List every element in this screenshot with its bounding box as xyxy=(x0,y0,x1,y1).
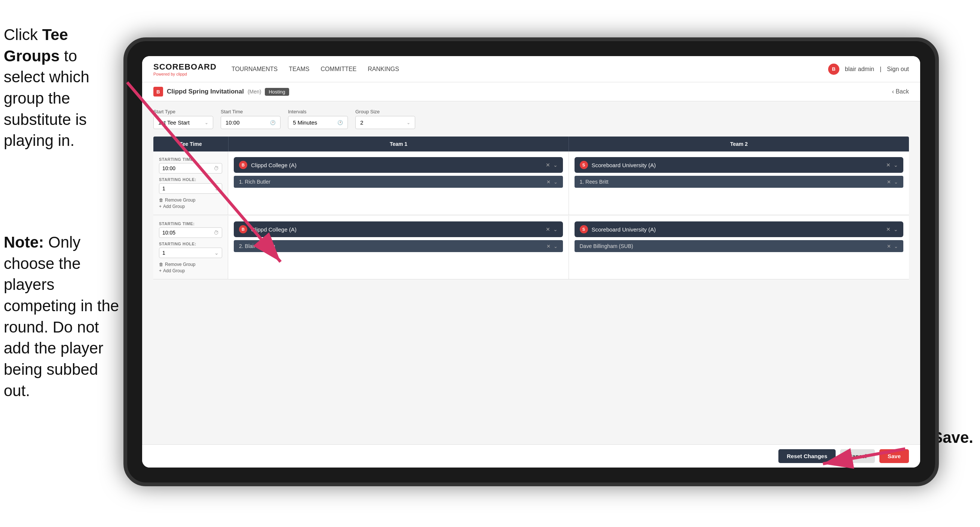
nav-tournaments[interactable]: TOURNAMENTS xyxy=(232,64,278,75)
user-name: blair admin xyxy=(845,66,874,73)
team2-close-icon-2[interactable]: ✕ xyxy=(886,226,891,232)
back-button[interactable]: ‹ Back xyxy=(892,88,909,95)
team2-card-2[interactable]: S Scoreboard University (A) ✕ ⌄ xyxy=(574,221,904,237)
hole-chevron-icon-1: ⌄ xyxy=(214,186,219,191)
note-instruction: Note: Only choose the players competing … xyxy=(4,232,122,402)
save-button[interactable]: Save xyxy=(880,449,909,463)
config-row: Start Type 1st Tee Start ⌄ Start Time 10… xyxy=(153,109,909,129)
nav-teams[interactable]: TEAMS xyxy=(289,64,309,75)
team1-card-right-2: ✕ ⌄ xyxy=(546,226,558,232)
teams-area-1: B Clippd College (A) ✕ ⌄ 1. Rich Butler xyxy=(228,151,909,215)
team2-chevron-icon-1[interactable]: ⌄ xyxy=(894,162,898,168)
table-header: Tee Time Team 1 Team 2 xyxy=(153,137,909,151)
team1-card-left-1: B Clippd College (A) xyxy=(239,161,297,169)
teams-area-2: B Clippd College (A) ✕ ⌄ 2. Blair McHarg xyxy=(228,216,909,279)
hole-input-2[interactable]: 1 ⌄ xyxy=(159,248,222,258)
remove-group-button-2[interactable]: 🗑 Remove Group xyxy=(159,262,222,267)
player-card-1-1[interactable]: 1. Rich Butler ✕ ⌄ xyxy=(234,176,563,188)
player-card-2-1[interactable]: 1. Rees Britt ✕ ⌄ xyxy=(574,176,904,188)
tournament-name: Clippd Spring Invitational xyxy=(167,88,244,96)
intervals-label: Intervals xyxy=(288,109,348,115)
player2-chevron-icon-2[interactable]: ⌄ xyxy=(894,244,898,249)
player-close-icon-1-1[interactable]: ✕ xyxy=(546,179,550,185)
note-label: Note: xyxy=(4,233,48,251)
trash-icon-1: 🗑 xyxy=(159,197,164,203)
nav-committee[interactable]: COMMITTEE xyxy=(321,64,356,75)
team2-col-2: S Scoreboard University (A) ✕ ⌄ Dave Bil… xyxy=(568,216,909,279)
player-card-2-2[interactable]: Dave Billingham (SUB) ✕ ⌄ xyxy=(574,240,904,252)
player-card-1-2[interactable]: 2. Blair McHarg ✕ ⌄ xyxy=(234,240,563,252)
starting-hole-label-1: STARTING HOLE: xyxy=(159,177,222,182)
player-card-right-1-1: ✕ ⌄ xyxy=(546,179,558,185)
starting-hole-label-2: STARTING HOLE: xyxy=(159,242,222,246)
team1-card-2[interactable]: B Clippd College (A) ✕ ⌄ xyxy=(234,221,563,237)
table-row: STARTING TIME: 10:05 ⏱ STARTING HOLE: 1 … xyxy=(153,216,909,279)
team1-close-icon-1[interactable]: ✕ xyxy=(546,162,550,168)
start-time-input[interactable]: 10:00 🕐 xyxy=(221,116,280,129)
sign-out-link[interactable]: Sign out xyxy=(887,66,909,73)
team1-name-2: Clippd College (A) xyxy=(251,226,297,232)
intervals-field: Intervals 5 Minutes 🕐 xyxy=(288,109,348,129)
time-input-2[interactable]: 10:05 ⏱ xyxy=(159,228,222,238)
th-team1: Team 1 xyxy=(229,137,568,151)
team1-chevron-icon-1[interactable]: ⌄ xyxy=(553,162,558,168)
add-group-label-2: Add Group xyxy=(163,268,185,274)
hole-input-1[interactable]: 1 ⌄ xyxy=(159,183,222,194)
start-type-field: Start Type 1st Tee Start ⌄ xyxy=(153,109,213,129)
add-group-button-2[interactable]: + Add Group xyxy=(159,268,222,274)
start-type-value: 1st Tee Start xyxy=(158,119,189,126)
start-type-label: Start Type xyxy=(153,109,213,115)
hole-value-1: 1 xyxy=(162,186,165,191)
team2-card-right-1: ✕ ⌄ xyxy=(886,162,898,168)
team1-card-1[interactable]: B Clippd College (A) ✕ ⌄ xyxy=(234,157,563,173)
team1-icon-2: B xyxy=(239,225,247,233)
sub-header-left: B Clippd Spring Invitational (Men) Hosti… xyxy=(153,87,289,97)
hole-value-2: 1 xyxy=(162,250,165,256)
start-type-input[interactable]: 1st Tee Start ⌄ xyxy=(153,116,213,129)
player-name-2-1: 1. Rees Britt xyxy=(580,179,609,185)
team2-card-1[interactable]: S Scoreboard University (A) ✕ ⌄ xyxy=(574,157,904,173)
time-input-1[interactable]: 10:00 ⏱ xyxy=(159,163,222,174)
add-group-label-1: Add Group xyxy=(163,204,185,209)
player-close-icon-1-2[interactable]: ✕ xyxy=(546,244,550,249)
player-chevron-icon-1-1[interactable]: ⌄ xyxy=(554,179,558,185)
plus-icon-2: + xyxy=(159,268,162,274)
reset-changes-button[interactable]: Reset Changes xyxy=(778,449,835,463)
team2-close-icon-1[interactable]: ✕ xyxy=(886,162,891,168)
group-size-input[interactable]: 2 ⌄ xyxy=(355,116,415,129)
instruction-click-tee-groups: Click Tee Groups to select which group t… xyxy=(4,24,120,151)
hosting-badge: Hosting xyxy=(265,88,289,96)
tee-time-cell-1: STARTING TIME: 10:00 ⏱ STARTING HOLE: 1 … xyxy=(153,151,228,215)
intervals-value: 5 Minutes xyxy=(293,119,317,126)
tablet-frame: SCOREBOARD Powered by clippd TOURNAMENTS… xyxy=(123,37,939,486)
team1-close-icon-2[interactable]: ✕ xyxy=(546,226,550,232)
tournament-type: (Men) xyxy=(248,89,261,95)
separator: | xyxy=(880,66,881,73)
cancel-button[interactable]: Cancel xyxy=(840,449,875,463)
player2-chevron-icon-1[interactable]: ⌄ xyxy=(894,179,898,185)
team1-chevron-icon-2[interactable]: ⌄ xyxy=(553,226,558,232)
tablet-screen: SCOREBOARD Powered by clippd TOURNAMENTS… xyxy=(142,56,920,468)
player-chevron-icon-1-2[interactable]: ⌄ xyxy=(554,244,558,249)
nav-links: TOURNAMENTS TEAMS COMMITTEE RANKINGS xyxy=(232,64,828,75)
team1-name-1: Clippd College (A) xyxy=(251,162,297,168)
player2-close-icon-2[interactable]: ✕ xyxy=(887,244,891,249)
team2-name-2: Scoreboard University (A) xyxy=(592,226,656,232)
starting-time-label-2: STARTING TIME: xyxy=(159,221,222,226)
player2-close-icon-1[interactable]: ✕ xyxy=(887,179,891,185)
footer-bar: Reset Changes Cancel Save xyxy=(142,444,920,468)
team2-chevron-icon-2[interactable]: ⌄ xyxy=(894,226,898,232)
logo-main: SCOREBOARD xyxy=(153,62,216,72)
player-card-right-1-2: ✕ ⌄ xyxy=(546,244,558,249)
remove-group-label-2: Remove Group xyxy=(165,262,195,267)
intervals-input[interactable]: 5 Minutes 🕐 xyxy=(288,116,348,129)
team2-name-1: Scoreboard University (A) xyxy=(592,162,656,168)
add-group-button-1[interactable]: + Add Group xyxy=(159,204,222,209)
time-value-1: 10:00 xyxy=(162,165,175,171)
nav-rankings[interactable]: RANKINGS xyxy=(368,64,399,75)
team1-col-2: B Clippd College (A) ✕ ⌄ 2. Blair McHarg xyxy=(228,216,568,279)
remove-group-button-1[interactable]: 🗑 Remove Group xyxy=(159,197,222,203)
remove-group-label-1: Remove Group xyxy=(165,197,195,203)
avatar: B xyxy=(828,64,839,75)
start-time-label: Start Time xyxy=(221,109,280,115)
